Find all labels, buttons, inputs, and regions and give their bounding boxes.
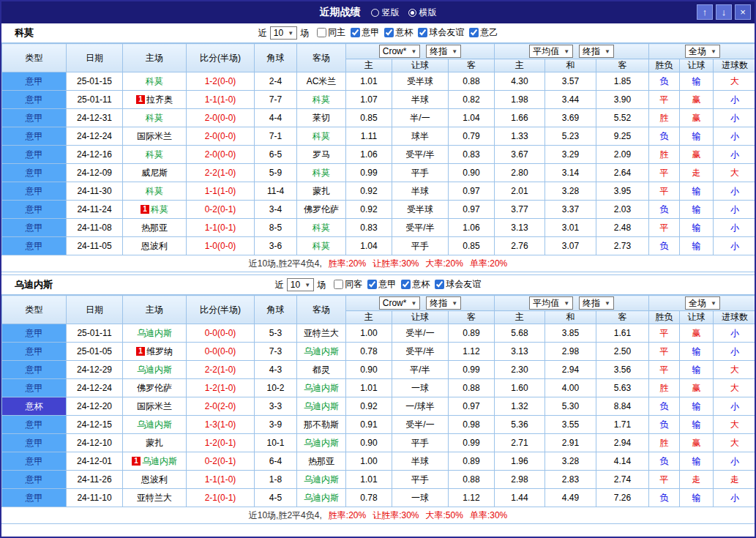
avg-away-cell: 8.84 — [596, 397, 649, 416]
goals-cell: 走 — [714, 471, 756, 489]
team-name: 乌迪内斯 — [15, 278, 53, 291]
filter-checkbox[interactable]: 意甲 — [351, 26, 379, 39]
avg-away-cell: 1.71 — [596, 416, 649, 434]
avg-draw-cell: 3.57 — [545, 72, 596, 91]
league-cell: 意甲 — [2, 219, 67, 237]
col-odds-away: 客 — [449, 311, 495, 324]
home-team-cell: 威尼斯 — [123, 164, 187, 182]
avg-home-cell: 4.30 — [495, 72, 545, 91]
summary-stat: 胜率:20% — [329, 258, 366, 269]
filter-checkbox[interactable]: 球会友谊 — [435, 278, 481, 291]
match-count-dropdown[interactable]: 10 — [270, 26, 297, 40]
col-odds-handicap: 让球 — [392, 59, 449, 72]
handicap-result-cell: 输 — [680, 361, 714, 379]
checkbox-input[interactable] — [367, 280, 377, 289]
scope-dropdown[interactable]: 全场 — [685, 45, 720, 58]
away-team-cell: 热那亚 — [297, 452, 346, 471]
date-cell: 24-12-20 — [67, 397, 123, 416]
checkbox-input[interactable] — [351, 28, 360, 37]
red-card-badge: 1 — [141, 205, 149, 214]
score-cell: 2-1(0-1) — [187, 489, 255, 507]
handicap-cell: 平手 — [392, 471, 449, 489]
avg-draw-cell: 3.37 — [545, 201, 596, 219]
match-count-dropdown[interactable]: 10 — [287, 278, 314, 291]
goals-cell: 大 — [714, 434, 756, 452]
odds-final-dropdown[interactable]: 终指 — [426, 296, 461, 310]
avg-home-cell: 2.80 — [495, 164, 545, 182]
result-cell: 平 — [649, 164, 680, 182]
result-cell: 负 — [649, 489, 680, 507]
layout-radio-selected[interactable]: 横版 — [408, 7, 437, 19]
avg-draw-cell: 2.91 — [545, 434, 596, 452]
avg-draw-cell: 3.69 — [545, 109, 596, 127]
filter-checkbox[interactable]: 球会友谊 — [418, 26, 464, 39]
checkbox-input[interactable] — [401, 280, 411, 289]
odds-source-dropdown[interactable]: Crow* — [379, 296, 421, 310]
avg-away-cell: 2.73 — [596, 237, 649, 255]
odds-dropdown-cell: Crow* 终指 — [346, 44, 495, 59]
filter-checkbox[interactable]: 同主 — [317, 26, 345, 39]
summary-stats: 胜率:20%让胜率:30%大率:50%单率:30% — [322, 510, 507, 520]
avg-away-cell: 3.56 — [596, 361, 649, 379]
result-cell: 平 — [649, 343, 680, 361]
handicap-cell: 受平/半 — [392, 219, 449, 237]
checkbox-input[interactable] — [435, 280, 444, 289]
score-cell: 1-1(1-0) — [187, 471, 255, 489]
team-link: 乌迪内斯 — [304, 401, 339, 411]
checkbox-input[interactable] — [418, 28, 427, 37]
avg-draw-cell: 2.83 — [545, 471, 596, 489]
summary-stat: 让胜率:30% — [373, 510, 419, 520]
checkbox-input[interactable] — [469, 28, 479, 37]
filter-checkbox[interactable]: 意杯 — [384, 26, 413, 39]
avg-draw-cell: 3.29 — [545, 146, 596, 164]
radio-icon[interactable] — [371, 9, 379, 17]
away-team-cell: 乌迪内斯 — [297, 379, 346, 397]
scope-dropdown-cell: 全场 — [649, 296, 756, 311]
filter-checkbox-group: 同主意甲意杯球会友谊意乙 — [312, 26, 498, 40]
col-avg-draw: 和 — [545, 59, 596, 72]
avg-away-cell: 1.61 — [596, 324, 649, 343]
scroll-up-button[interactable]: ↑ — [697, 4, 713, 20]
goals-cell: 小 — [714, 397, 756, 416]
avg-source-dropdown[interactable]: 平均值 — [529, 296, 573, 310]
summary-stat: 单率:30% — [470, 510, 507, 520]
team-link: 科莫 — [146, 186, 163, 196]
team-link: 科莫 — [151, 204, 168, 214]
match-row: 意甲24-11-241科莫0-2(0-1)3-4佛罗伦萨0.92受半球0.973… — [2, 201, 756, 219]
avg-final-dropdown[interactable]: 终指 — [579, 45, 614, 58]
odds-away-cell: 0.89 — [449, 324, 495, 343]
odds-source-dropdown[interactable]: Crow* — [379, 45, 421, 58]
col-type: 类型 — [2, 44, 67, 72]
goals-cell: 小 — [714, 127, 756, 146]
odds-final-dropdown[interactable]: 终指 — [426, 45, 461, 58]
scroll-down-button[interactable]: ↓ — [716, 4, 732, 20]
league-cell: 意甲 — [2, 343, 67, 361]
scope-dropdown[interactable]: 全场 — [685, 296, 720, 310]
avg-final-dropdown[interactable]: 终指 — [579, 296, 614, 310]
away-team-cell: 乌迪内斯 — [297, 434, 346, 452]
layout-radio-option[interactable]: 竖版 — [371, 7, 400, 19]
handicap-result-cell: 输 — [680, 489, 714, 507]
avg-draw-cell: 4.00 — [545, 379, 596, 397]
summary-prefix: 近10场,胜2平4负4, — [249, 510, 322, 520]
close-button[interactable]: × — [735, 4, 751, 20]
checkbox-input[interactable] — [317, 28, 326, 37]
filter-checkbox[interactable]: 同客 — [334, 278, 362, 291]
red-card-badge: 1 — [132, 457, 141, 466]
checkbox-input[interactable] — [334, 280, 343, 289]
col-away: 客场 — [297, 296, 346, 324]
away-team-cell: 乌迪内斯 — [297, 397, 346, 416]
filter-checkbox[interactable]: 意乙 — [469, 26, 498, 39]
radio-label: 横版 — [419, 7, 437, 19]
filter-checkbox[interactable]: 意甲 — [367, 278, 396, 291]
avg-source-dropdown[interactable]: 平均值 — [529, 45, 573, 58]
goals-cell: 大 — [714, 72, 756, 91]
date-cell: 24-11-10 — [67, 489, 123, 507]
checkbox-input[interactable] — [384, 28, 394, 37]
filter-checkbox[interactable]: 意杯 — [401, 278, 430, 291]
team-link: 科莫 — [146, 76, 163, 86]
goals-cell: 小 — [714, 343, 756, 361]
league-cell: 意甲 — [2, 127, 67, 146]
league-cell: 意甲 — [2, 361, 67, 379]
radio-icon[interactable] — [408, 9, 416, 17]
